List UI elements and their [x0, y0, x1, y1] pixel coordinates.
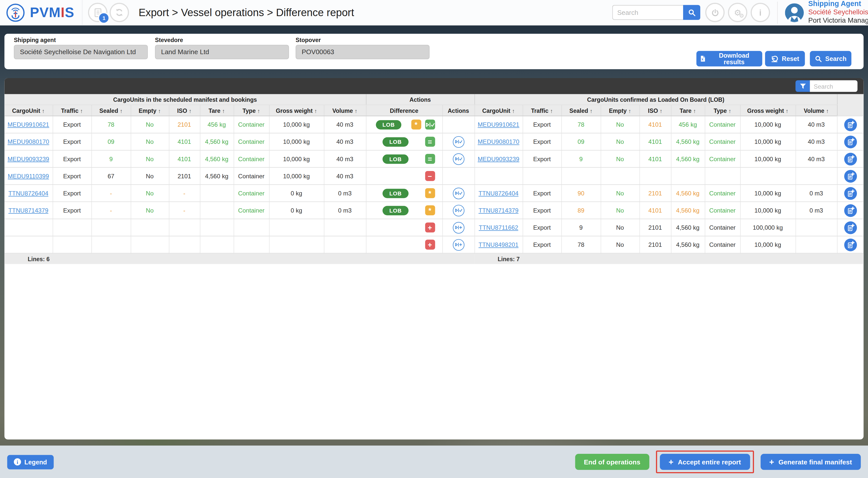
- cell: 40 m3: [324, 167, 366, 185]
- edit-row-button[interactable]: [844, 118, 857, 131]
- notifications-button[interactable]: 1: [88, 3, 107, 22]
- column-header-tare[interactable]: Tare↑: [200, 105, 234, 116]
- actions-cell: [442, 236, 474, 253]
- cargo-unit-cell: MEDU9910621: [4, 116, 53, 133]
- filter-search-button[interactable]: Search: [810, 51, 851, 66]
- cell: [169, 219, 200, 236]
- edit-cell: [837, 202, 864, 219]
- cell: 4,560 kg: [200, 167, 234, 185]
- cargo-unit-link[interactable]: TTNU8714379: [478, 207, 519, 214]
- edit-cell: [837, 236, 864, 253]
- cell: 4,560 kg: [200, 133, 234, 150]
- settings-button[interactable]: ⚙⚙: [728, 3, 747, 22]
- user-menu[interactable]: Shipping Agent Société Seychelloise De P…: [785, 0, 868, 25]
- stopover-input[interactable]: [296, 45, 430, 59]
- cargo-unit-link[interactable]: TTNU8498201: [478, 241, 519, 248]
- column-header-iso[interactable]: ISO↑: [169, 105, 200, 116]
- reset-button[interactable]: Reset: [765, 51, 805, 66]
- difference-cell: −: [366, 167, 442, 185]
- cell: [53, 236, 91, 253]
- lob-badge: LOB: [383, 205, 408, 215]
- sort-arrow-icon: ↑: [189, 107, 192, 114]
- edit-row-button[interactable]: [844, 135, 857, 148]
- legend-button[interactable]: i Legend: [7, 454, 54, 469]
- confirm-action-button[interactable]: [453, 204, 464, 216]
- table-filter-button[interactable]: [796, 80, 810, 92]
- column-header-type[interactable]: Type↑: [234, 105, 269, 116]
- edit-cell: [837, 219, 864, 236]
- plus-icon: +: [769, 457, 774, 466]
- column-header-traffic[interactable]: Traffic↑: [53, 105, 91, 116]
- table-toolbar: [4, 78, 864, 94]
- edit-row-button[interactable]: [844, 204, 857, 217]
- accept-entire-report-button[interactable]: + Accept entire report: [660, 454, 750, 470]
- cargo-unit-link[interactable]: TTNU8711662: [479, 224, 518, 231]
- column-header-traffic[interactable]: Traffic↑: [523, 105, 561, 116]
- cargo-unit-link[interactable]: MEDU9110399: [8, 173, 49, 179]
- column-header-tare[interactable]: Tare↑: [671, 105, 705, 116]
- cell: No: [601, 150, 640, 167]
- column-header-empty[interactable]: Empty↑: [601, 105, 640, 116]
- column-header-gross-weight[interactable]: Gross weight↑: [740, 105, 796, 116]
- cell: [234, 236, 269, 253]
- cell: Container: [234, 116, 269, 133]
- sort-arrow-icon: ↑: [257, 107, 260, 114]
- cargo-unit-link[interactable]: MEDU9080170: [7, 138, 49, 145]
- cargo-unit-link[interactable]: TTNU8714379: [8, 207, 49, 214]
- cargo-unit-link[interactable]: TTNU8726404: [8, 190, 49, 196]
- cargo-unit-link[interactable]: MEDU9910621: [477, 121, 519, 128]
- edit-cell: [837, 116, 864, 133]
- sort-arrow-icon: ↑: [786, 107, 788, 114]
- cargo-unit-link[interactable]: MEDU9093239: [7, 156, 49, 162]
- column-header-volume[interactable]: Volume↑: [324, 105, 366, 116]
- column-header-type[interactable]: Type↑: [705, 105, 740, 116]
- add-action-button[interactable]: [453, 239, 464, 250]
- group-header-lob: CargoUnits confirmed as Loaded On Board …: [474, 94, 837, 105]
- info-button[interactable]: i: [751, 3, 770, 22]
- column-header-cargounit[interactable]: CargoUnit↑: [4, 105, 53, 116]
- difference-cell: LOB*: [366, 185, 442, 202]
- confirm-action-button[interactable]: [453, 153, 464, 165]
- header-search-input[interactable]: [612, 5, 683, 20]
- confirm-action-button[interactable]: [453, 187, 464, 199]
- table-search-input[interactable]: [810, 80, 858, 92]
- column-header-empty[interactable]: Empty↑: [131, 105, 169, 116]
- download-results-button[interactable]: x Download results: [696, 51, 763, 66]
- cargo-unit-link[interactable]: MEDU9080170: [477, 138, 519, 145]
- table-row: MEDU9080170Export09No41014,560 kgContain…: [4, 133, 864, 150]
- column-header-iso[interactable]: ISO↑: [639, 105, 671, 116]
- cargo-unit-cell: TTNU8726404: [474, 185, 522, 202]
- cell: Container: [705, 116, 740, 133]
- column-header-cargounit[interactable]: CargoUnit↑: [474, 105, 522, 116]
- logo-text: PVMIS: [30, 4, 74, 21]
- cargo-unit-link[interactable]: TTNU8726404: [478, 190, 519, 196]
- cargo-unit-cell: TTNU8714379: [474, 202, 522, 219]
- edit-row-button[interactable]: [844, 187, 857, 200]
- power-icon: [711, 8, 719, 17]
- logout-button[interactable]: [705, 3, 725, 22]
- column-header-gross-weight[interactable]: Gross weight↑: [269, 105, 324, 116]
- cargo-unit-link[interactable]: MEDU9910621: [7, 121, 49, 128]
- asterisk-badge: *: [425, 188, 435, 198]
- confirm-action-button[interactable]: [453, 136, 464, 148]
- refresh-button[interactable]: [110, 3, 129, 22]
- column-header-volume[interactable]: Volume↑: [796, 105, 837, 116]
- end-of-operations-button[interactable]: End of operations: [575, 454, 649, 470]
- cargo-unit-link[interactable]: MEDU9093239: [477, 156, 519, 162]
- edit-row-button[interactable]: [844, 221, 857, 234]
- header-search-button[interactable]: [683, 5, 700, 20]
- column-header-sealed[interactable]: Sealed↑: [561, 105, 601, 116]
- add-action-button[interactable]: [453, 222, 464, 233]
- refresh-icon: [115, 8, 124, 17]
- stevedore-input[interactable]: [155, 45, 289, 59]
- shipping-agent-input[interactable]: [14, 45, 148, 59]
- column-header-sealed[interactable]: Sealed↑: [91, 105, 131, 116]
- shipping-agent-label: Shipping agent: [14, 36, 148, 43]
- edit-row-button[interactable]: [844, 238, 857, 251]
- edit-row-button[interactable]: [844, 170, 857, 183]
- difference-report-panel: CargoUnits in the scheduled manifest and…: [4, 78, 864, 440]
- cell: [796, 167, 837, 185]
- edit-row-button[interactable]: [844, 152, 857, 165]
- generate-final-manifest-button[interactable]: + Generate final manifest: [761, 454, 861, 470]
- cell: Export: [53, 150, 91, 167]
